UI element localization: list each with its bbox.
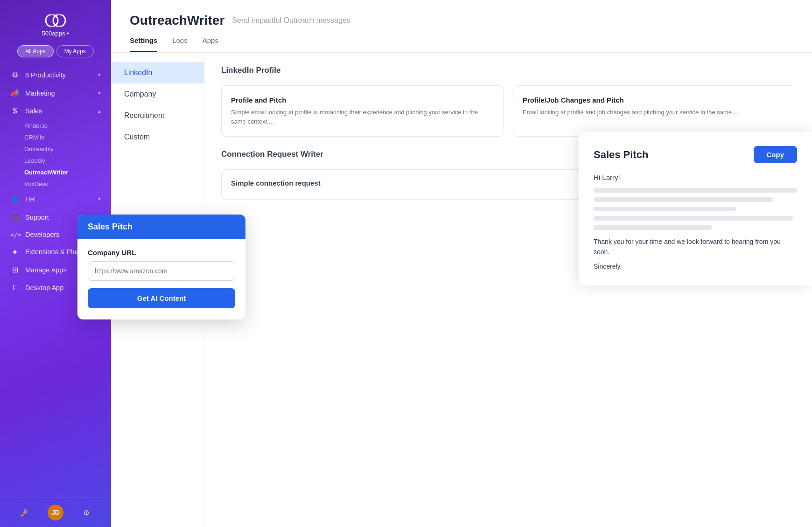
sales-pitch-popup: Sales Pitch Company URL Get AI Content xyxy=(77,215,245,319)
placeholder-line-5 xyxy=(594,225,712,230)
hr-icon: 👤 xyxy=(10,194,20,203)
popup-field-label: Company URL xyxy=(88,249,235,257)
app-filter-row: All Apps My Apps xyxy=(0,45,111,57)
result-title: Sales Pitch xyxy=(594,149,648,161)
my-apps-button[interactable]: My Apps xyxy=(56,45,94,57)
logo-area: 500apps ▾ xyxy=(0,0,111,45)
company-url-input[interactable] xyxy=(88,261,235,281)
left-panel-item-linkedin[interactable]: LinkedIn xyxy=(111,62,204,83)
section-title: LinkedIn Profile xyxy=(221,66,795,75)
svg-point-1 xyxy=(53,14,65,27)
popup-body: Company URL Get AI Content xyxy=(77,239,245,319)
sidebar-item-finder[interactable]: Finder.io xyxy=(24,120,111,132)
sidebar-item-voxdesk[interactable]: VoxDesk xyxy=(24,178,111,190)
chevron-icon: ▾ xyxy=(98,90,101,96)
card-desc: Simple email looking at profile summariz… xyxy=(231,108,494,126)
sidebar-item-marketing[interactable]: 📣 Marketing ▾ xyxy=(0,84,111,102)
sidebar-item-crm[interactable]: CRM.io xyxy=(24,132,111,143)
extensions-icon: ● xyxy=(10,248,20,256)
chevron-icon: ▾ xyxy=(98,196,101,202)
left-panel-item-custom[interactable]: Custom xyxy=(111,126,204,148)
support-icon: 🎧 xyxy=(10,213,20,222)
tab-logs[interactable]: Logs xyxy=(172,36,188,52)
get-ai-content-button[interactable]: Get AI Content xyxy=(88,288,235,308)
chevron-icon: ▾ xyxy=(98,72,101,78)
result-signoff: Sincerely, xyxy=(594,261,797,271)
all-apps-button[interactable]: All Apps xyxy=(17,45,53,57)
placeholder-line-3 xyxy=(594,207,736,211)
marketing-icon: 📣 xyxy=(10,89,20,97)
tabs-row: Settings Logs Apps xyxy=(130,36,793,52)
app-title: OutreachWriter xyxy=(130,13,224,28)
avatar[interactable]: JD xyxy=(48,505,63,520)
left-panel-item-company[interactable]: Company xyxy=(111,83,204,105)
result-closing: Thank you for your time and we look forw… xyxy=(594,236,797,257)
desktop-icon: 🖥 xyxy=(10,284,20,292)
left-panel-item-recruitment[interactable]: Recruitment xyxy=(111,105,204,126)
settings-icon[interactable]: ⚙ xyxy=(79,505,94,520)
card-desc: Email looking at profile and job changes… xyxy=(523,108,785,117)
placeholder-line-2 xyxy=(594,197,773,202)
sales-subnav: Finder.io CRM.io Outreachly Leadsly Outr… xyxy=(0,120,111,190)
copy-button[interactable]: Copy xyxy=(754,146,798,163)
app-subtitle: Send impactful Outreach messages xyxy=(232,16,350,25)
sales-icon: $ xyxy=(10,107,20,115)
rocket-icon[interactable]: 🚀 xyxy=(17,505,32,520)
sidebar-bottom: 🚀 JD ⚙ xyxy=(0,498,111,527)
card-title: Profile and Pitch xyxy=(231,96,494,104)
sidebar-item-hr[interactable]: 👤 HR ▾ xyxy=(0,190,111,208)
right-panel: LinkedIn Profile Profile and Pitch Simpl… xyxy=(204,53,812,527)
sidebar-item-productivity[interactable]: ⚙ 8 Productivity ▾ xyxy=(0,66,111,84)
result-header: Sales Pitch Copy xyxy=(594,146,797,163)
result-greeting: Hi Larry! xyxy=(594,173,797,181)
result-panel: Sales Pitch Copy Hi Larry! Thank you for… xyxy=(579,132,812,285)
sidebar-item-sales[interactable]: $ Sales ▴ xyxy=(0,102,111,120)
svg-point-0 xyxy=(46,14,58,27)
chevron-up-icon: ▴ xyxy=(98,108,101,114)
app-title-row: OutreachWriter Send impactful Outreach m… xyxy=(130,13,793,28)
placeholder-line-4 xyxy=(594,216,793,221)
card-profile-job-pitch[interactable]: Profile/Job Changes and Pitch Email look… xyxy=(513,85,795,137)
cards-grid: Profile and Pitch Simple email looking a… xyxy=(221,85,795,137)
brand-name[interactable]: 500apps ▾ xyxy=(42,30,70,37)
productivity-icon: ⚙ xyxy=(10,70,20,79)
card-profile-pitch[interactable]: Profile and Pitch Simple email looking a… xyxy=(221,85,504,137)
popup-header: Sales Pitch xyxy=(77,215,245,239)
main-header: OutreachWriter Send impactful Outreach m… xyxy=(111,0,812,53)
logo-icon xyxy=(43,13,68,28)
sidebar-item-leadsly[interactable]: Leadsly xyxy=(24,155,111,166)
card-title: Profile/Job Changes and Pitch xyxy=(523,96,785,104)
developers-icon: </> xyxy=(10,231,20,238)
sidebar-item-outreachly[interactable]: Outreachly xyxy=(24,143,111,155)
placeholder-line-1 xyxy=(594,188,797,193)
sidebar-item-outreachwriter[interactable]: OutreachWriter xyxy=(24,166,111,178)
tab-settings[interactable]: Settings xyxy=(130,36,157,52)
manage-apps-icon: ⊞ xyxy=(10,265,20,274)
tab-apps[interactable]: Apps xyxy=(203,36,218,52)
chevron-down-icon: ▾ xyxy=(67,31,69,36)
